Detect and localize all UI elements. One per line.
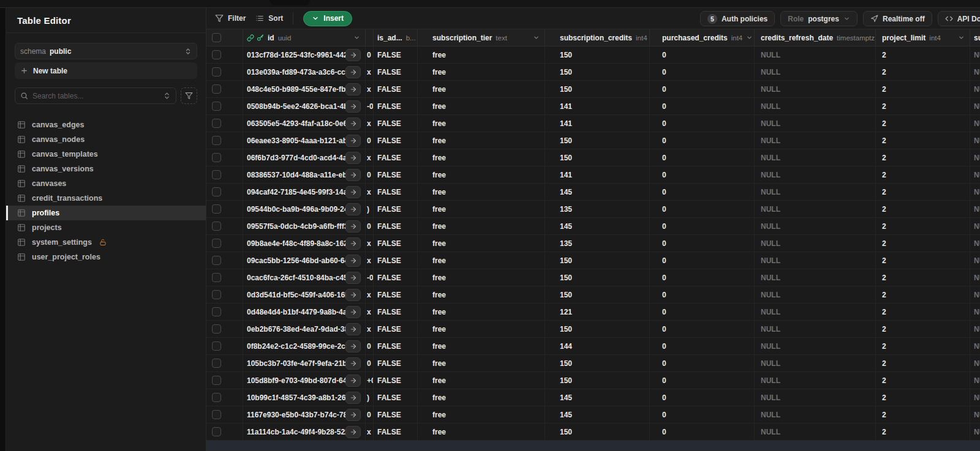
row-checkbox[interactable] <box>212 153 221 162</box>
expand-row-button[interactable] <box>345 186 361 198</box>
cell-id[interactable]: 0f8b24e2-c1c2-4589-99ce-2c52d... <box>243 338 366 354</box>
cell-purchased-credits[interactable]: 0 <box>650 304 755 320</box>
row-checkbox[interactable] <box>212 290 221 299</box>
cell-last-clipped[interactable]: NU <box>970 184 980 200</box>
cell-id[interactable]: 1167e930-e5b0-43b7-b74c-788c9... <box>243 406 366 423</box>
cell-credits-refresh-date[interactable]: NULL <box>755 372 876 389</box>
row-checkbox[interactable] <box>212 222 221 231</box>
row-checkbox[interactable] <box>212 136 221 145</box>
expand-row-button[interactable] <box>345 83 361 95</box>
cell-purchased-credits[interactable]: 0 <box>650 389 755 406</box>
expand-row-button[interactable] <box>345 66 361 78</box>
cell-purchased-credits[interactable]: 0 <box>650 372 755 389</box>
cell-id[interactable]: 09557f5a-0dcb-4cb9-a6fb-fff366... <box>243 218 366 234</box>
cell-subscription-credits[interactable]: 150 <box>545 321 650 337</box>
cell-is-admin[interactable]: FALSE <box>374 47 418 63</box>
column-header-id[interactable]: id uuid <box>243 29 366 46</box>
cell-id[interactable]: 0eb2b676-38ed-4ea7-9dad-38e6... <box>243 321 366 337</box>
cell-subscription-tier[interactable]: free <box>418 389 545 406</box>
cell-subscription-tier[interactable]: free <box>418 81 545 97</box>
cell-purchased-credits[interactable]: 0 <box>650 149 755 166</box>
cell-project-limit[interactable]: 2 <box>876 166 970 183</box>
column-header-is_ad...[interactable]: is_ad... b... <box>374 29 418 46</box>
cell-project-limit[interactable]: 2 <box>876 286 970 303</box>
cell-purchased-credits[interactable]: 0 <box>650 218 755 234</box>
cell-clipped[interactable]: x <box>366 321 374 337</box>
cell-subscription-credits[interactable]: 150 <box>545 355 650 371</box>
cell-clipped[interactable]: ) <box>366 201 374 217</box>
cell-clipped[interactable]: -0 <box>366 269 374 286</box>
cell-subscription-tier[interactable]: free <box>418 372 545 389</box>
cell-is-admin[interactable]: FALSE <box>374 321 418 337</box>
cell-project-limit[interactable]: 2 <box>876 81 970 97</box>
expand-row-button[interactable] <box>345 237 361 250</box>
chevron-down-icon[interactable] <box>353 34 360 41</box>
row-checkbox[interactable] <box>212 239 221 248</box>
row-checkbox[interactable] <box>212 84 221 94</box>
cell-id[interactable]: 0d48e4d4-b1bf-4479-9a8b-4a4b... <box>243 304 366 320</box>
column-header-project_limit[interactable]: project_limit int4 <box>876 29 970 46</box>
row-checkbox[interactable] <box>212 67 221 76</box>
cell-purchased-credits[interactable]: 0 <box>650 166 755 183</box>
cell-last-clipped[interactable]: NU <box>970 149 980 166</box>
cell-project-limit[interactable]: 2 <box>876 269 970 286</box>
cell-is-admin[interactable]: FALSE <box>374 166 418 183</box>
cell-subscription-tier[interactable]: free <box>418 269 545 286</box>
cell-subscription-credits[interactable]: 150 <box>545 132 650 149</box>
cell-last-clipped[interactable]: NU <box>970 406 980 423</box>
expand-row-button[interactable] <box>345 152 361 164</box>
cell-credits-refresh-date[interactable]: NULL <box>755 286 876 303</box>
row-checkbox[interactable] <box>212 359 221 368</box>
cell-clipped[interactable]: 0 <box>366 132 374 149</box>
cell-last-clipped[interactable]: NU <box>970 423 980 440</box>
cell-subscription-tier[interactable]: free <box>418 47 545 63</box>
cell-subscription-tier[interactable]: free <box>418 304 545 320</box>
row-checkbox[interactable] <box>212 410 221 419</box>
cell-is-admin[interactable]: FALSE <box>374 406 418 423</box>
cell-clipped[interactable]: 0 <box>366 166 374 183</box>
cell-is-admin[interactable]: FALSE <box>374 218 418 234</box>
cell-is-admin[interactable]: FALSE <box>374 355 418 371</box>
cell-credits-refresh-date[interactable]: NULL <box>755 389 876 406</box>
cell-purchased-credits[interactable]: 0 <box>650 286 755 303</box>
cell-subscription-credits[interactable]: 121 <box>545 304 650 320</box>
cell-is-admin[interactable]: FALSE <box>374 389 418 406</box>
cell-is-admin[interactable]: FALSE <box>374 423 418 440</box>
cell-id[interactable]: 063505e5-4293-4faf-a18c-0e65b... <box>243 115 366 132</box>
cell-clipped[interactable]: 0 <box>366 406 374 423</box>
chevron-down-icon[interactable] <box>533 34 540 41</box>
cell-last-clipped[interactable]: NU <box>970 47 980 63</box>
cell-purchased-credits[interactable]: 0 <box>650 201 755 217</box>
row-checkbox[interactable] <box>212 324 221 334</box>
cell-credits-refresh-date[interactable]: NULL <box>755 64 876 80</box>
column-header-subscription_tier[interactable]: subscription_tier text <box>418 29 545 46</box>
row-checkbox[interactable] <box>212 256 221 265</box>
cell-id[interactable]: 013e039a-fd89-473a-a3c6-ccfa9... <box>243 64 366 80</box>
cell-clipped[interactable]: x <box>366 149 374 166</box>
column-header-subscription_credits[interactable]: subscription_credits int4 <box>545 29 650 46</box>
cell-subscription-tier[interactable]: free <box>418 355 545 371</box>
cell-credits-refresh-date[interactable]: NULL <box>755 321 876 337</box>
expand-row-button[interactable] <box>345 117 361 130</box>
cell-id[interactable]: 013cf78d-1625-43fc-9961-442189... <box>243 47 366 63</box>
cell-purchased-credits[interactable]: 0 <box>650 98 755 114</box>
cell-purchased-credits[interactable]: 0 <box>650 81 755 97</box>
expand-row-button[interactable] <box>345 289 361 301</box>
expand-row-button[interactable] <box>345 426 361 438</box>
cell-project-limit[interactable]: 2 <box>876 321 970 337</box>
cell-is-admin[interactable]: FALSE <box>374 201 418 217</box>
cell-last-clipped[interactable]: NU <box>970 98 980 114</box>
cell-id[interactable]: 0d3d541d-bf5c-459f-a406-16b93... <box>243 286 366 303</box>
cell-purchased-credits[interactable]: 0 <box>650 423 755 440</box>
sidebar-item-canvas_edges[interactable]: canvas_edges <box>6 117 206 132</box>
expand-row-button[interactable] <box>345 340 361 352</box>
cell-last-clipped[interactable]: NU <box>970 235 980 252</box>
auth-policies-button[interactable]: 5 Auth policies <box>700 11 775 26</box>
cell-project-limit[interactable]: 2 <box>876 355 970 371</box>
cell-purchased-credits[interactable]: 0 <box>650 184 755 200</box>
cell-purchased-credits[interactable]: 0 <box>650 115 755 132</box>
cell-subscription-tier[interactable]: free <box>418 423 545 440</box>
cell-subscription-credits[interactable]: 150 <box>545 269 650 286</box>
filter-button[interactable]: Filter <box>215 14 246 23</box>
insert-button[interactable]: Insert <box>303 11 352 26</box>
